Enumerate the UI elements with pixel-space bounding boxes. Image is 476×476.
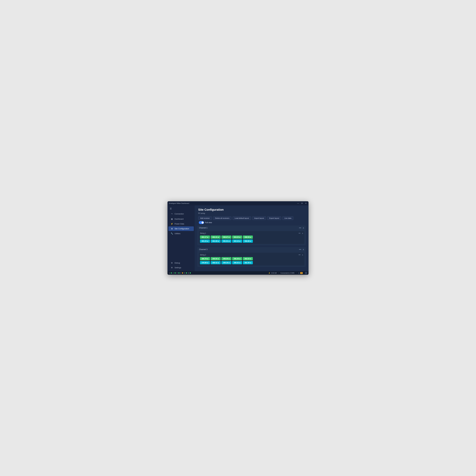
sidebar-item-power-data[interactable]: ⚡ Power Data: [168, 221, 194, 226]
string-1-controls: ••• ∧: [299, 232, 303, 234]
delete-all-button[interactable]: Delete all receivers: [213, 216, 232, 220]
app-window: Enteligent NMax Dashboard — ⟳ ✕ ☰ 〜 Conn…: [168, 201, 308, 275]
panel-cell[interactable]: 401.17 w: [200, 236, 210, 239]
sidebar-bottom: ⚙ Debug ⚙ Settings: [168, 260, 195, 271]
string-2-panels: 380.79 w 369.56 w 398.09 w 386.49 w 382.…: [200, 257, 303, 264]
sidebar: ☰ 〜 Connection ▦ Dashboard ⚡ Power Data …: [168, 205, 195, 271]
panel-cell[interactable]: 391.91 w: [221, 239, 231, 243]
sidebar-label-dashboard: Dashboard: [174, 218, 184, 220]
panel-cell[interactable]: 404.23 w: [232, 236, 242, 239]
site-config-icon: ⊞: [171, 228, 173, 230]
panel-cell[interactable]: 382.03 w: [243, 257, 253, 260]
sidebar-label-debug: Debug: [174, 262, 180, 264]
panel-cell[interactable]: 386.49 w: [232, 257, 242, 260]
channel-3-collapse-icon[interactable]: ∧: [303, 248, 304, 251]
dot-3: [178, 272, 180, 273]
panel-cell[interactable]: 386.02 w: [232, 261, 242, 264]
import-layout-button[interactable]: Import layout: [252, 216, 266, 220]
settings-icon: ⚙: [171, 267, 173, 269]
full-view-toggle[interactable]: [199, 221, 204, 224]
panel-cell[interactable]: 402.41 w: [211, 236, 221, 239]
hamburger-menu[interactable]: ☰: [168, 206, 195, 211]
string-2-controls: ••• ∧: [299, 254, 303, 256]
status-dots: 1 2 3 4 5 6: [169, 272, 191, 274]
channel-1-collapse-icon[interactable]: ∧: [303, 227, 304, 229]
sidebar-item-dashboard[interactable]: ▦ Dashboard: [168, 217, 194, 221]
dot-num-1: 1: [169, 272, 170, 274]
expand-statusbar-button[interactable]: ›: [305, 272, 307, 274]
panel-cell[interactable]: 398.59 w: [243, 236, 253, 239]
window-controls: — ⟳ ✕: [297, 202, 307, 204]
channel-3-menu-icon[interactable]: •••: [299, 248, 301, 251]
sidebar-item-settings[interactable]: ⚙ Settings: [168, 265, 194, 270]
string-block-1: String 1 ••• ∧ 401.17 w 402.41 w 390.67 …: [199, 231, 305, 244]
string-1-panels: 401.17 w 402.41 w 390.67 w 404.23 w 398.…: [200, 236, 303, 243]
dot-1: [171, 272, 172, 273]
toolbar: Add receiver Delete all receivers Load d…: [195, 216, 308, 225]
full-view-label: Full view: [205, 221, 212, 224]
content-area: Site Configuration PV array Add receiver…: [195, 205, 308, 271]
panel-cell[interactable]: 401.09 w: [211, 239, 221, 243]
add-receiver-button[interactable]: Add receiver: [198, 216, 212, 220]
connection-status: Connected to COM5: [279, 272, 296, 274]
string-2-menu-icon[interactable]: •••: [299, 254, 300, 256]
panel-cell[interactable]: 382.39 w: [243, 261, 253, 264]
utilities-icon: 🔧: [171, 232, 173, 235]
channel-block-3: Channel 3 ••• ∧ String 2 ••• ∧: [197, 247, 306, 267]
sidebar-item-utilities[interactable]: 🔧 Utilities: [168, 231, 194, 236]
connection-icon: 〜: [171, 213, 173, 215]
panel-cell[interactable]: 380.79 w: [200, 257, 210, 260]
close-button[interactable]: ✕: [305, 202, 307, 204]
status-right: ⚡ 3.92 kW Connected to COM5 ⚠ 2 ›: [267, 272, 307, 274]
string-2-row-1: 378.98 w 368.42 w 399.38 w 386.02 w 382.…: [200, 261, 303, 264]
panel-cell[interactable]: 378.98 w: [200, 261, 210, 264]
sidebar-label-utilities: Utilities: [174, 233, 180, 235]
channel-1-controls: ••• ∧: [299, 227, 304, 229]
load-default-button[interactable]: Load default layout: [233, 216, 251, 220]
warning-icon: ⚠: [298, 272, 300, 274]
panel-cell[interactable]: 390.67 w: [221, 236, 231, 239]
panel-cell[interactable]: 369.56 w: [211, 257, 221, 260]
export-layout-button[interactable]: Export layout: [267, 216, 281, 220]
panel-cell[interactable]: 396.88 w: [243, 239, 253, 243]
panel-cell[interactable]: 399.38 w: [221, 261, 231, 264]
string-1-row-0: 401.17 w 402.41 w 390.67 w 404.23 w 398.…: [200, 236, 303, 239]
channel-block-1: Channel 1 ••• ∧ String 1 ••• ∧: [197, 225, 306, 245]
dot-6: [190, 272, 191, 273]
dot-num-5: 5: [184, 272, 185, 274]
sidebar-label-power: Power Data: [174, 223, 184, 225]
live-data-button[interactable]: Live data: [282, 216, 293, 220]
restore-button[interactable]: ⟳: [301, 202, 303, 204]
panel-cell[interactable]: 398.09 w: [221, 257, 231, 260]
warning-count: 2: [300, 272, 303, 274]
channel-3-label: Channel 3: [199, 248, 207, 251]
string-1-menu-icon[interactable]: •••: [299, 232, 300, 234]
dot-num-4: 4: [180, 272, 181, 274]
dot-4: [182, 272, 183, 273]
sidebar-item-site-config[interactable]: ⊞ Site Configuration: [168, 226, 194, 231]
power-icon-status: ⚡: [268, 272, 270, 274]
panel-cell[interactable]: 368.42 w: [211, 261, 221, 264]
channel-1-header: Channel 1 ••• ∧: [197, 225, 306, 230]
sidebar-item-connection[interactable]: 〜 Connection: [168, 211, 194, 216]
power-value: 3.92 kW: [271, 272, 277, 274]
page-title: Site Configuration: [195, 205, 308, 212]
string-2-collapse-icon[interactable]: ∧: [302, 254, 303, 256]
minimize-button[interactable]: —: [297, 202, 299, 204]
string-block-2: String 2 ••• ∧ 380.79 w 369.56 w 398.09 …: [199, 253, 305, 266]
panel-cell[interactable]: 401.23 w: [200, 239, 210, 243]
channel-3-controls: ••• ∧: [299, 248, 304, 251]
main-layout: ☰ 〜 Connection ▦ Dashboard ⚡ Power Data …: [168, 205, 308, 271]
channel-1-menu-icon[interactable]: •••: [299, 227, 301, 229]
sidebar-label-site-config: Site Configuration: [174, 228, 189, 230]
string-2-row-0: 380.79 w 369.56 w 398.09 w 386.49 w 382.…: [200, 257, 303, 260]
dot-5: [186, 272, 187, 273]
channels-container: Channel 1 ••• ∧ String 1 ••• ∧: [195, 225, 308, 271]
warnings-status: ⚠ 2: [296, 272, 305, 274]
channel-1-label: Channel 1: [199, 227, 207, 229]
string-1-header: String 1 ••• ∧: [200, 232, 303, 234]
sidebar-item-debug[interactable]: ⚙ Debug: [168, 261, 194, 265]
string-1-collapse-icon[interactable]: ∧: [302, 232, 303, 234]
connection-value: Connected to COM5: [280, 272, 295, 274]
panel-cell[interactable]: 403.10 w: [232, 239, 242, 243]
